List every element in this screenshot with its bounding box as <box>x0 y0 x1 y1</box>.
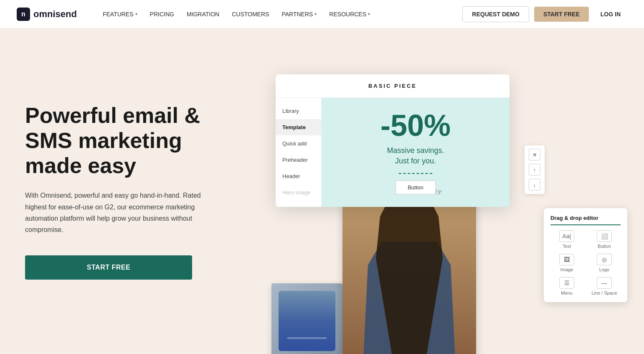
savings-text: Massive savings. Just for you. <box>387 145 444 166</box>
text-icon: Aa| <box>559 230 574 242</box>
nav-item-customers[interactable]: CUSTOMERS <box>227 8 274 21</box>
logo[interactable]: n omnisend <box>17 8 77 21</box>
sidebar-item-heroimage[interactable]: Hero image <box>276 184 321 201</box>
hero-right-visual: BASIC PIECE Library Template Quick add P… <box>242 62 619 354</box>
dnd-label-menu: Menu <box>561 290 573 295</box>
nav-links: FEATURES ▾ PRICING MIGRATION CUSTOMERS P… <box>98 8 462 21</box>
dnd-item-button[interactable]: ⬜ Button <box>588 230 621 249</box>
navigation: n omnisend FEATURES ▾ PRICING MIGRATION … <box>0 0 644 28</box>
jeans-product-image <box>271 283 342 354</box>
dnd-items-grid: Aa| Text ⬜ Button 🖼 Image ◎ Logo ☰ Me <box>550 230 621 295</box>
dnd-item-linespace[interactable]: — Line / Space <box>588 277 621 295</box>
nav-actions: REQUEST DEMO START FREE LOG IN <box>462 6 627 22</box>
editor-sidebar: Library Template Quick add Preheader Hea… <box>276 98 322 207</box>
editor-body: Library Template Quick add Preheader Hea… <box>276 98 510 207</box>
sidebar-item-quickadd[interactable]: Quick add <box>276 135 321 152</box>
hero-section: Powerful email & SMS marketing made easy… <box>0 28 644 354</box>
hero-left-content: Powerful email & SMS marketing made easy… <box>25 103 242 313</box>
request-demo-button[interactable]: REQUEST DEMO <box>462 6 529 22</box>
savings-line1: Massive savings. <box>387 145 444 156</box>
chevron-down-icon: ▾ <box>314 12 317 16</box>
menu-icon: ☰ <box>559 277 574 289</box>
drag-drop-editor-card: Drag & drop editor Aa| Text ⬜ Button 🖼 I… <box>544 208 627 302</box>
editor-preview-area: -50% Massive savings. Just for you. Butt… <box>322 98 510 207</box>
dnd-item-menu[interactable]: ☰ Menu <box>550 277 583 295</box>
controls-card: ✕ ↑ ↓ <box>525 145 545 194</box>
dnd-item-logo[interactable]: ◎ Logo <box>588 254 621 272</box>
chevron-down-icon: ▾ <box>368 12 370 16</box>
email-button-preview[interactable]: Button ☞ <box>396 181 436 194</box>
dnd-item-image[interactable]: 🖼 Image <box>550 254 583 272</box>
editor-brand-header: BASIC PIECE <box>276 74 510 98</box>
sidebar-item-template[interactable]: Template <box>276 119 321 135</box>
sidebar-item-library[interactable]: Library <box>276 103 321 119</box>
sidebar-item-header[interactable]: Header <box>276 168 321 184</box>
dashed-divider <box>399 173 432 174</box>
move-down-button[interactable]: ↓ <box>529 179 540 191</box>
login-button[interactable]: LOG IN <box>594 7 627 22</box>
close-button[interactable]: ✕ <box>529 149 540 160</box>
dnd-label-image: Image <box>560 267 573 272</box>
button-icon: ⬜ <box>597 230 612 242</box>
nav-item-features[interactable]: FEATURES ▾ <box>98 8 142 21</box>
nav-item-migration[interactable]: MIGRATION <box>182 8 224 21</box>
start-free-nav-button[interactable]: START FREE <box>534 7 589 22</box>
savings-line2: Just for you. <box>387 156 444 166</box>
cursor-icon: ☞ <box>435 187 443 197</box>
nav-item-pricing[interactable]: PRICING <box>145 8 179 21</box>
dnd-label-button: Button <box>598 244 611 249</box>
dnd-label-linespace: Line / Space <box>591 290 617 295</box>
hero-title: Powerful email & SMS marketing made easy <box>25 103 226 178</box>
hero-subtitle: With Omnisend, powerful and easy go hand… <box>25 190 205 235</box>
start-free-hero-button[interactable]: START FREE <box>25 255 192 280</box>
email-editor-card: BASIC PIECE Library Template Quick add P… <box>276 74 510 207</box>
move-up-button[interactable]: ↑ <box>529 164 540 176</box>
logo-text: omnisend <box>33 9 77 20</box>
dnd-item-text[interactable]: Aa| Text <box>550 230 583 249</box>
dnd-label-logo: Logo <box>599 267 609 272</box>
nav-item-partners[interactable]: PARTNERS ▾ <box>276 8 322 21</box>
line-space-icon: — <box>597 277 612 289</box>
nav-item-resources[interactable]: RESOURCES ▾ <box>324 8 375 21</box>
dnd-editor-title: Drag & drop editor <box>550 215 621 225</box>
woman-photo <box>342 183 476 354</box>
image-icon: 🖼 <box>559 254 574 265</box>
jeans-visual <box>279 291 335 351</box>
sidebar-item-preheader[interactable]: Preheader <box>276 152 321 168</box>
logo-icon: n <box>17 8 30 21</box>
jeans-fold <box>287 337 327 339</box>
discount-display: -50% <box>380 110 451 140</box>
dnd-label-text: Text <box>563 244 571 249</box>
logo-icon: ◎ <box>597 254 612 265</box>
chevron-down-icon: ▾ <box>135 12 137 16</box>
